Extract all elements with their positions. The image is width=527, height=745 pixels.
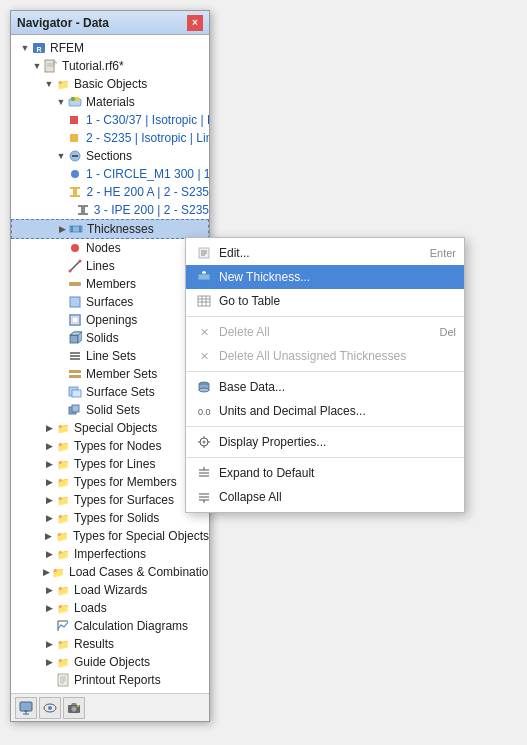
tree-item-load-wizards[interactable]: ▶ 📁 Load Wizards [11,581,209,599]
tree-item-members[interactable]: Members [11,275,209,293]
svg-rect-26 [72,317,78,323]
separator-1 [186,316,464,317]
svg-point-71 [203,441,206,444]
svg-marker-52 [71,703,77,705]
svg-rect-13 [70,195,80,197]
types-solids-label: Types for Solids [74,511,159,525]
ctx-collapse[interactable]: Collapse All [186,485,464,509]
tree-item-materials[interactable]: ▼ Materials [11,93,209,111]
tree-item-imperfections[interactable]: ▶ 📁 Imperfections [11,545,209,563]
basic-objects-label: Basic Objects [74,77,147,91]
mat1-label: 1 - C30/37 | Isotropic | Linear Elastic [86,113,209,127]
tree-item-lines[interactable]: Lines [11,257,209,275]
tree-item-basic-objects[interactable]: ▼ 📁 Basic Objects [11,75,209,93]
svg-rect-23 [69,282,81,286]
tree-item-solid-sets[interactable]: Solid Sets [11,401,209,419]
calc-diagrams-label: Calculation Diagrams [74,619,188,633]
ctx-delete-unassigned: ✕ Delete All Unassigned Thicknesses [186,344,464,368]
tree-item-types-members[interactable]: ▶ 📁 Types for Members [11,473,209,491]
toolbar [11,693,209,721]
tree-item-sec2[interactable]: 2 - HE 200 A | 2 - S235 [11,183,209,201]
edit-icon [194,245,214,261]
tree-item-load-cases[interactable]: ▶ 📁 Load Cases & Combinations [11,563,209,581]
svg-rect-12 [73,189,77,195]
units-label: Units and Decimal Places... [219,404,366,418]
svg-rect-58 [198,274,210,280]
tree-item-sections[interactable]: ▼ Sections [11,147,209,165]
svg-point-51 [72,707,77,712]
svg-rect-6 [69,99,81,106]
svg-rect-27 [70,335,78,343]
ctx-display-props[interactable]: Display Properties... [186,430,464,454]
tree-item-member-sets[interactable]: Member Sets [11,365,209,383]
tree-item-thicknesses[interactable]: ▶ Thicknesses [11,219,209,239]
ctx-edit[interactable]: Edit... Enter [186,241,464,265]
types-lines-label: Types for Lines [74,457,155,471]
separator-3 [186,426,464,427]
svg-line-20 [70,261,80,271]
tree-item-mat1[interactable]: 1 - C30/37 | Isotropic | Linear Elastic [11,111,209,129]
close-button[interactable]: × [187,15,203,31]
tree-item-types-nodes[interactable]: ▶ 📁 Types for Nodes [11,437,209,455]
tree-item-mat2[interactable]: 2 - S235 | Isotropic | Linear Elastic [11,129,209,147]
line-sets-label: Line Sets [86,349,136,363]
delete-unassigned-icon: ✕ [194,348,214,364]
tree-item-rfem[interactable]: ▼ R RFEM [11,39,209,57]
sec1-label: 1 - CIRCLE_M1 300 | 1 - C30/37 [86,167,209,181]
tree-item-special-objects[interactable]: ▶ 📁 Special Objects [11,419,209,437]
ctx-base-data[interactable]: Base Data... [186,375,464,399]
openings-label: Openings [86,313,137,327]
svg-rect-61 [198,296,210,306]
tree-item-sec1[interactable]: 1 - CIRCLE_M1 300 | 1 - C30/37 [11,165,209,183]
monitor-button[interactable] [15,697,37,719]
tree-item-file[interactable]: ▼ Tutorial.rf6* [11,57,209,75]
tree-item-results[interactable]: ▶ 📁 Results [11,635,209,653]
ctx-new-thickness[interactable]: New Thickness... [186,265,464,289]
members-label: Members [86,277,136,291]
base-data-label: Base Data... [219,380,285,394]
svg-rect-36 [72,390,81,397]
rfem-label: RFEM [50,41,84,55]
tree-item-surface-sets[interactable]: Surface Sets [11,383,209,401]
ctx-go-to-table[interactable]: Go to Table [186,289,464,313]
collapse-icon [194,489,214,505]
display-props-label: Display Properties... [219,435,326,449]
guide-objects-label: Guide Objects [74,655,150,669]
tree-item-solids[interactable]: Solids [11,329,209,347]
svg-rect-34 [69,375,81,378]
units-icon: 0.0 [194,403,214,419]
separator-2 [186,371,464,372]
tree-item-surfaces[interactable]: Surfaces [11,293,209,311]
tree-item-guide-objects[interactable]: ▶ 📁 Guide Objects [11,653,209,671]
tree-item-loads[interactable]: ▶ 📁 Loads [11,599,209,617]
delete-all-shortcut: Del [439,326,456,338]
svg-point-68 [199,388,209,392]
solid-sets-label: Solid Sets [86,403,140,417]
materials-label: Materials [86,95,135,109]
lines-label: Lines [86,259,115,273]
tree-item-sec3[interactable]: 3 - IPE 200 | 2 - S235 [11,201,209,219]
ctx-expand[interactable]: Expand to Default [186,461,464,485]
tree-item-nodes[interactable]: Nodes [11,239,209,257]
svg-point-49 [48,706,52,710]
svg-rect-16 [78,213,88,215]
surface-sets-label: Surface Sets [86,385,155,399]
context-menu: Edit... Enter New Thickness... Go to Tab… [185,237,465,513]
ctx-units[interactable]: 0.0 Units and Decimal Places... [186,399,464,423]
display-props-icon [194,434,214,450]
tree-item-calc-diagrams[interactable]: Calculation Diagrams [11,617,209,635]
tree-item-types-surfaces[interactable]: ▶ 📁 Types for Surfaces [11,491,209,509]
types-members-label: Types for Members [74,475,177,489]
file-label: Tutorial.rf6* [62,59,124,73]
tree-item-types-lines[interactable]: ▶ 📁 Types for Lines [11,455,209,473]
eye-button[interactable] [39,697,61,719]
tree-item-printout[interactable]: Printout Reports [11,671,209,689]
camera-button[interactable] [63,697,85,719]
tree-item-types-solids[interactable]: ▶ 📁 Types for Solids [11,509,209,527]
tree-item-types-special[interactable]: ▶ 📁 Types for Special Objects [11,527,209,545]
sec2-label: 2 - HE 200 A | 2 - S235 [86,185,209,199]
delete-all-icon: ✕ [194,324,214,340]
sections-label: Sections [86,149,132,163]
tree-item-line-sets[interactable]: Line Sets [11,347,209,365]
tree-item-openings[interactable]: Openings [11,311,209,329]
